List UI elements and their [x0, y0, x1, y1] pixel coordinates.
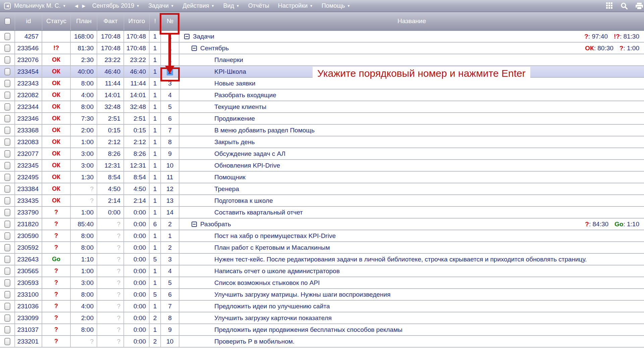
table-row[interactable]: 233454ОК40:0046:4046:4012KPI-Школа [0, 66, 644, 78]
table-row[interactable]: 233368ОК2:000:150:1517В меню добавить ра… [0, 125, 644, 136]
row-number[interactable]: 3 [161, 78, 179, 89]
row-checkbox[interactable] [4, 162, 10, 169]
row-number[interactable]: 14 [161, 207, 179, 218]
column-header-number[interactable]: № [161, 12, 179, 30]
task-name[interactable]: Предложить идеи продвижения бесплатных с… [214, 326, 402, 334]
row-number[interactable]: 8 [161, 136, 179, 147]
table-row[interactable]: 233100?8:00?0:0056Улучшить загрузку матр… [0, 289, 644, 301]
row-checkbox[interactable] [4, 127, 10, 134]
row-number[interactable]: 7 [161, 125, 179, 136]
row-checkbox[interactable] [4, 232, 10, 240]
row-number[interactable]: 11 [161, 172, 179, 183]
column-header-exclamation[interactable]: ! [150, 12, 161, 30]
column-header-plan[interactable]: План [71, 12, 97, 30]
row-number[interactable]: 4 [161, 89, 179, 101]
table-row[interactable]: 232495ОК1:308:548:54111Помощник [0, 172, 644, 183]
row-checkbox[interactable] [4, 45, 10, 52]
row-number[interactable]: 1 [161, 54, 179, 65]
row-number[interactable]: 10 [161, 160, 179, 171]
row-checkbox[interactable] [4, 56, 10, 64]
menu-actions[interactable]: Действия ▼ [183, 2, 215, 9]
table-row[interactable]: 232643Go1:10?0:0053Нужен тест-кейс. Посл… [0, 254, 644, 265]
row-checkbox[interactable] [4, 68, 10, 75]
table-row[interactable]: 233099?2:00?0:0028Улучшить загрузку карт… [0, 312, 644, 324]
task-name[interactable]: Разобрать входящие [214, 92, 276, 99]
task-name[interactable]: Нужен тест-кейс. После редактирования за… [214, 256, 587, 263]
row-number-selected[interactable]: 2 [167, 68, 173, 75]
column-header-total[interactable]: Итого [124, 12, 150, 30]
row-number[interactable]: 6 [161, 113, 179, 124]
column-header-fact[interactable]: Факт [97, 12, 124, 30]
row-checkbox[interactable] [4, 197, 10, 204]
task-name[interactable]: Подготовка к школе [214, 197, 273, 204]
task-name[interactable]: Обсуждение задач с АЛ [214, 150, 285, 158]
task-name[interactable]: Составить квартальный отчет [214, 209, 303, 216]
prev-period-icon[interactable]: ◀ [75, 3, 80, 8]
print-icon[interactable] [635, 2, 643, 10]
table-row[interactable]: 232082ОК4:0014:0114:0114Разобрать входящ… [0, 89, 644, 101]
row-checkbox[interactable] [4, 80, 10, 87]
row-number[interactable]: 1 [161, 31, 179, 42]
task-name[interactable]: Обновления KPI-Drive [214, 162, 280, 169]
task-name[interactable]: Новые заявки [214, 80, 255, 87]
menu-settings[interactable]: Настройки ▼ [278, 2, 313, 9]
menu-view[interactable]: Вид ▼ [223, 2, 239, 9]
task-name[interactable]: Задачи [193, 33, 214, 40]
task-name[interactable]: Текущие клиенты [214, 103, 266, 111]
task-name[interactable]: Продвижение [214, 115, 255, 122]
task-name[interactable]: Улучшить загрузку матрицы. Нужны шаги во… [214, 291, 390, 298]
table-row[interactable]: 232343ОК8:0011:4411:4413Новые заявки [0, 78, 644, 89]
row-number[interactable]: 8 [161, 312, 179, 323]
row-checkbox[interactable] [4, 303, 10, 310]
row-number[interactable]: 2 [161, 66, 179, 77]
task-name[interactable]: Пост на хабр о преимуществах KPI-Drive [214, 232, 336, 240]
row-number[interactable]: 4 [161, 265, 179, 277]
row-number[interactable]: 3 [161, 254, 179, 265]
period-selector[interactable]: Сентябрь 2019 ▼ [92, 2, 140, 9]
table-row[interactable]: 232083ОК1:002:122:1218Закрыть день [0, 136, 644, 148]
row-checkbox[interactable] [4, 221, 10, 228]
collapse-icon[interactable] [192, 222, 197, 227]
table-row[interactable]: 230590?8:00?0:0011Пост на хабр о преимущ… [0, 230, 644, 242]
search-icon[interactable] [621, 2, 628, 10]
table-row[interactable]: 231036?4:00?0:0017Предложить идеи по улу… [0, 301, 644, 312]
row-checkbox[interactable] [4, 291, 10, 298]
row-checkbox[interactable] [4, 185, 10, 193]
row-checkbox[interactable] [4, 92, 10, 99]
column-header-name[interactable]: Название [179, 12, 644, 30]
menu-help[interactable]: Помощь ▼ [322, 2, 350, 9]
row-checkbox[interactable] [4, 150, 10, 158]
table-row[interactable]: 232346ОК7:302:512:5116Продвижение [0, 113, 644, 125]
row-checkbox[interactable] [4, 279, 10, 287]
task-name[interactable]: Список возможных стыковок по API [214, 279, 320, 287]
column-header-status[interactable]: Статус [42, 12, 71, 30]
collapse-icon[interactable] [192, 46, 197, 51]
row-checkbox[interactable] [4, 256, 10, 263]
row-checkbox[interactable] [4, 115, 10, 122]
task-name[interactable]: Предложить идеи по улучшению сайта [214, 303, 330, 310]
task-name[interactable]: Тренера [214, 185, 239, 193]
row-number[interactable]: 1 [161, 230, 179, 241]
row-checkbox[interactable] [4, 267, 10, 275]
table-row[interactable]: 230593?3:00?0:0015Список возможных стыко… [0, 277, 644, 289]
table-row[interactable]: 230592?8:00?0:0012План работ с Кретовым … [0, 242, 644, 254]
user-menu[interactable]: Мельничук М. С. ▼ [14, 2, 66, 9]
task-name[interactable]: Планерки [214, 56, 243, 64]
task-name[interactable]: Сентябрь [200, 45, 229, 52]
table-row[interactable]: 232344ОК8:0032:4832:4815Текущие клиенты [0, 101, 644, 113]
row-checkbox[interactable] [4, 244, 10, 251]
row-checkbox[interactable] [4, 103, 10, 111]
row-checkbox[interactable] [4, 33, 10, 40]
row-number[interactable]: 5 [161, 277, 179, 288]
task-name[interactable]: KPI-Школа [214, 68, 246, 75]
row-checkbox[interactable] [4, 174, 10, 181]
table-row[interactable]: 233201???0:00210Проверить Р в мобильном. [0, 336, 644, 348]
row-number[interactable]: 12 [161, 183, 179, 194]
row-checkbox[interactable] [4, 314, 10, 322]
back-icon[interactable]: ◀ [4, 3, 11, 9]
next-period-icon[interactable]: ▶ [82, 3, 88, 8]
table-row[interactable]: 231820?85:40?0:0062Разобрать?: 84:30Go: … [0, 219, 644, 230]
collapse-icon[interactable] [184, 34, 190, 39]
table-row[interactable]: 233384ОК?4:504:50112Тренера [0, 183, 644, 195]
row-number[interactable]: 2 [161, 242, 179, 253]
